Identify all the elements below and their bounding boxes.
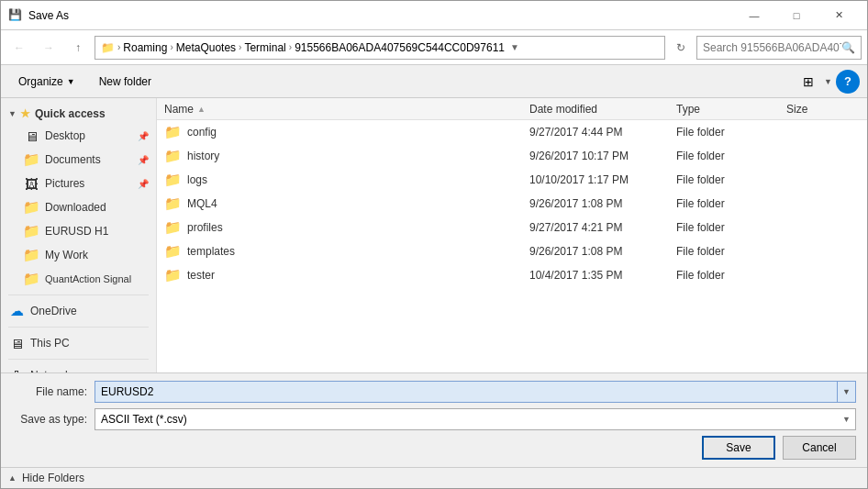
sidebar-item-eurusd-label: EURUSD H1 — [45, 225, 108, 238]
new-folder-button[interactable]: New folder — [89, 70, 161, 94]
file-date-history: 9/26/2017 10:17 PM — [529, 150, 676, 162]
save-as-dialog: 💾 Save As — □ ✕ ← → ↑ 📁 › Roaming › Meta… — [0, 0, 868, 489]
folder-icon-history: 📁 — [164, 148, 182, 164]
file-name-mql4: MQL4 — [187, 197, 529, 210]
file-row-logs[interactable]: 📁 logs 10/10/2017 1:17 PM File folder — [157, 168, 867, 192]
breadcrumb-sep-1: › — [117, 42, 120, 52]
organize-button[interactable]: Organize ▼ — [8, 70, 85, 94]
breadcrumb-sep-2: › — [170, 42, 172, 52]
file-date-config: 9/27/2017 4:44 PM — [529, 126, 676, 139]
toolbar-right: ⊞ ▼ ? — [796, 70, 860, 94]
filename-input[interactable] — [95, 381, 838, 403]
pin-icon-pics: 📌 — [138, 179, 149, 189]
sidebar-item-pictures-label: Pictures — [45, 177, 84, 190]
savetype-select-wrapper: ASCII Text (*.csv) ▼ — [95, 408, 856, 430]
file-type-profiles: File folder — [676, 221, 786, 234]
pin-icon: 📌 — [138, 131, 149, 141]
breadcrumb[interactable]: 📁 › Roaming › MetaQuotes › Terminal › 91… — [95, 36, 665, 60]
eurusd-folder-icon: 📁 — [23, 223, 39, 239]
close-button[interactable]: ✕ — [818, 1, 860, 30]
bottom-form: File name: ▼ Save as type: ASCII Text (*… — [1, 372, 867, 467]
desktop-icon: 🖥 — [23, 128, 39, 144]
file-name-config: config — [187, 126, 529, 139]
header-size: Size — [786, 103, 860, 116]
file-row-tester[interactable]: 📁 tester 10/4/2017 1:35 PM File folder — [157, 263, 867, 287]
quick-access-star-icon: ★ — [20, 107, 30, 120]
hide-folders-row[interactable]: ▲ Hide Folders — [1, 467, 867, 488]
refresh-button[interactable]: ↻ — [669, 36, 693, 60]
cancel-button[interactable]: Cancel — [783, 436, 856, 460]
file-name-tester: tester — [187, 269, 529, 282]
maximize-button[interactable]: □ — [775, 1, 818, 30]
sidebar-item-onedrive[interactable]: ☁ OneDrive — [1, 299, 156, 323]
onedrive-icon: ☁ — [8, 303, 25, 319]
address-bar: ← → ↑ 📁 › Roaming › MetaQuotes › Termina… — [1, 30, 867, 65]
sidebar-item-downloaded[interactable]: 📁 Downloaded — [1, 195, 156, 219]
file-date-logs: 10/10/2017 1:17 PM — [529, 173, 676, 186]
file-date-templates: 9/26/2017 1:08 PM — [529, 245, 676, 258]
pin-icon-docs: 📌 — [138, 155, 149, 165]
up-button[interactable]: ↑ — [65, 36, 91, 60]
file-row-config[interactable]: 📁 config 9/27/2017 4:44 PM File folder — [157, 120, 867, 144]
hide-folders-label: Hide Folders — [22, 472, 84, 484]
search-box: 🔍 — [696, 36, 862, 60]
sidebar-item-documents-label: Documents — [45, 153, 101, 166]
file-row-profiles[interactable]: 📁 profiles 9/27/2017 4:21 PM File folder — [157, 216, 867, 239]
forward-button[interactable]: → — [36, 36, 61, 60]
help-button[interactable]: ? — [836, 70, 860, 94]
file-name-templates: templates — [187, 245, 529, 258]
pictures-icon: 🖼 — [23, 175, 39, 192]
content-area: ▼ ★ Quick access 🖥 Desktop 📌 📁 Documents… — [1, 98, 867, 372]
folder-icon-tester: 📁 — [164, 267, 182, 283]
sidebar-item-thispc[interactable]: 🖥 This PC — [1, 331, 156, 355]
sidebar-item-network[interactable]: 🖧 Network — [1, 363, 156, 372]
filename-row: File name: ▼ — [12, 381, 856, 403]
filename-label: File name: — [12, 385, 95, 398]
breadcrumb-terminal: Terminal — [244, 41, 285, 54]
view-button[interactable]: ⊞ — [796, 70, 820, 94]
sidebar-item-quantaction[interactable]: 📁 QuantAction Signal — [1, 267, 156, 291]
file-list-header[interactable]: Name ▲ Date modified Type Size — [157, 98, 867, 120]
sidebar-item-mywork-label: My Work — [45, 249, 88, 261]
breadcrumb-sep-4: › — [289, 42, 292, 52]
file-date-mql4: 9/26/2017 1:08 PM — [529, 197, 676, 210]
sidebar-divider-2 — [8, 327, 149, 328]
back-button[interactable]: ← — [6, 36, 32, 60]
header-name: Name ▲ — [164, 103, 529, 116]
sidebar: ▼ ★ Quick access 🖥 Desktop 📌 📁 Documents… — [1, 98, 157, 372]
save-button[interactable]: Save — [702, 436, 775, 460]
file-type-history: File folder — [676, 150, 786, 162]
hide-folders-chevron-icon: ▲ — [8, 473, 17, 483]
sort-arrow-icon: ▲ — [197, 105, 206, 114]
sidebar-section-quick-access[interactable]: ▼ ★ Quick access — [1, 102, 156, 124]
documents-icon: 📁 — [23, 151, 39, 168]
sidebar-item-pictures[interactable]: 🖼 Pictures 📌 — [1, 172, 156, 195]
minimize-button[interactable]: — — [733, 1, 775, 30]
search-input[interactable] — [703, 41, 841, 54]
sidebar-item-mywork[interactable]: 📁 My Work — [1, 243, 156, 267]
file-type-logs: File folder — [676, 173, 786, 186]
savetype-label: Save as type: — [12, 413, 95, 426]
downloaded-icon: 📁 — [23, 199, 39, 216]
breadcrumb-folder-icon: 📁 — [101, 41, 115, 54]
title-bar: 💾 Save As — □ ✕ — [1, 1, 867, 30]
file-row-history[interactable]: 📁 history 9/26/2017 10:17 PM File folder — [157, 144, 867, 168]
folder-icon-logs: 📁 — [164, 172, 182, 188]
title-bar-controls: — □ ✕ — [733, 1, 860, 30]
file-row-templates[interactable]: 📁 templates 9/26/2017 1:08 PM File folde… — [157, 239, 867, 263]
sidebar-item-onedrive-label: OneDrive — [30, 305, 77, 317]
file-name-logs: logs — [187, 173, 529, 186]
header-type: Type — [676, 103, 786, 116]
sidebar-item-desktop[interactable]: 🖥 Desktop 📌 — [1, 124, 156, 148]
file-row-mql4[interactable]: 📁 MQL4 9/26/2017 1:08 PM File folder — [157, 192, 867, 216]
window-title: Save As — [28, 9, 733, 22]
sidebar-item-eurusd[interactable]: 📁 EURUSD H1 — [1, 219, 156, 243]
organize-label: Organize — [18, 75, 63, 88]
thispc-icon: 🖥 — [8, 335, 25, 351]
search-icon: 🔍 — [841, 41, 855, 54]
savetype-select[interactable]: ASCII Text (*.csv) — [95, 408, 856, 430]
folder-icon-mql4: 📁 — [164, 195, 182, 212]
filename-dropdown-button[interactable]: ▼ — [838, 381, 856, 403]
file-name-profiles: profiles — [187, 221, 529, 234]
sidebar-item-documents[interactable]: 📁 Documents 📌 — [1, 148, 156, 172]
